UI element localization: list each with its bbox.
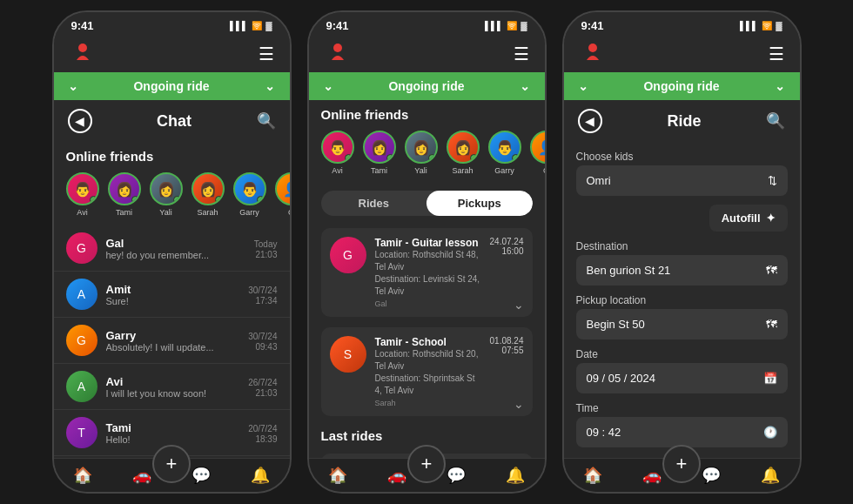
rides-pickups-tabs: Rides Pickups (321, 191, 533, 216)
avatar: 👩 (447, 131, 480, 164)
tab-bell-2[interactable]: 🔔 (506, 466, 525, 485)
expand-icon[interactable]: ⌄ (514, 298, 524, 312)
top-nav-3: ☰ (564, 36, 800, 72)
chat-message: hey! do you remember... (106, 250, 210, 260)
clock-icon: 🕐 (763, 426, 777, 439)
wifi-icon: 🛜 (507, 21, 517, 30)
tab-chat-3[interactable]: 💬 (702, 466, 721, 485)
list-item[interactable]: 👩Tami (363, 131, 396, 175)
back-button-3[interactable]: ◀ (578, 109, 602, 133)
fab-button-3[interactable]: + (662, 445, 701, 483)
map-icon-pickup: 🗺 (766, 318, 777, 331)
tab-chat-1[interactable]: 💬 (191, 466, 211, 485)
ongoing-banner-1[interactable]: ⌄ Ongoing ride ⌄ (54, 72, 290, 100)
fab-button-2[interactable]: + (407, 445, 446, 483)
status-time-3: 9:41 (581, 19, 604, 32)
search-icon-1[interactable]: 🔍 (257, 111, 276, 131)
ongoing-banner-2[interactable]: ⌄ Ongoing ride ⌄ (309, 72, 545, 100)
content-1: ◀ Chat 🔍 Online friends 👨 Avi 👩 Tami 👩 Y… (54, 100, 290, 458)
list-item[interactable]: 👩 Yali (150, 172, 183, 217)
avatar: T (66, 417, 97, 448)
list-item[interactable]: 👤G (530, 131, 545, 175)
signal-icon: ▌▌▌ (230, 21, 248, 30)
list-item[interactable]: 👩 Sarah (191, 172, 225, 217)
destination-input[interactable]: Ben gurion St 21 🗺 (576, 255, 788, 286)
time-value: 09 : 42 (587, 426, 621, 439)
chat-message: Hello! (106, 434, 131, 445)
avatar: 👩 (363, 131, 396, 164)
chat-date: Today (254, 239, 278, 249)
search-icon-3[interactable]: 🔍 (766, 111, 785, 131)
date-input[interactable]: 09 / 05 / 2024 📅 (576, 363, 788, 393)
tab-pickups[interactable]: Pickups (426, 191, 533, 216)
table-row[interactable]: G Garry30/7/24 Absolutely! I will update… (54, 318, 290, 364)
time-label: Time (576, 402, 788, 414)
expand-icon[interactable]: ⌄ (514, 397, 524, 411)
status-icons-2: ▌▌▌ 🛜 ▓ (485, 21, 527, 30)
chat-name: Avi (106, 375, 124, 388)
hamburger-menu-1[interactable]: ☰ (259, 44, 274, 64)
list-item[interactable]: 👨Garry (488, 131, 521, 175)
chat-phone: 9:41 ▌▌▌ 🛜 ▓ ☰ ⌄ Ongoing ride ⌄ ◀ Chat 🔍… (52, 10, 292, 494)
hamburger-menu-3[interactable]: ☰ (769, 44, 784, 64)
hamburger-menu-2[interactable]: ☰ (514, 44, 529, 64)
pickup-input[interactable]: Begin St 50 🗺 (576, 309, 788, 339)
destination-field-group: Destination Ben gurion St 21 🗺 (576, 240, 788, 286)
tab-bell-1[interactable]: 🔔 (251, 466, 270, 485)
chat-message: I will let you know soon! (106, 388, 207, 399)
calendar-icon: 📅 (763, 372, 777, 385)
table-row[interactable]: A Amit30/7/24 Sure!17:34 (54, 272, 290, 318)
chevron-right-2: ⌄ (520, 79, 530, 93)
list-item[interactable]: 👩 Tami (108, 172, 141, 217)
tab-chat-2[interactable]: 💬 (447, 466, 466, 485)
avatar: 👩 (150, 172, 183, 205)
pickups-content: G Tamir - Guitar lesson Location: Rothsc… (309, 223, 545, 458)
ride-detail: Location: Rothschild St 20, Tel AvivDest… (375, 348, 481, 397)
back-button-1[interactable]: ◀ (68, 109, 92, 133)
signal-icon: ▌▌▌ (485, 21, 503, 30)
table-row[interactable]: G Tamir - Guitar lesson Location: Rothsc… (321, 228, 533, 317)
chat-list: G GalToday hey! do you remember...21:03 … (54, 225, 290, 458)
list-item[interactable]: 👨Avi (321, 131, 354, 175)
friends-row-2: 👨Avi 👩Tami 👩Yali 👩Sarah 👨Garry 👤G (309, 127, 545, 184)
logo-icon-2 (325, 41, 351, 67)
content-2: Online friends 👨Avi 👩Tami 👩Yali 👩Sarah 👨… (309, 100, 545, 458)
tab-car-2[interactable]: 🚗 (387, 466, 406, 485)
svg-point-0 (78, 44, 87, 52)
status-bar-1: 9:41 ▌▌▌ 🛜 ▓ (54, 12, 290, 36)
list-item[interactable]: 👤 G (275, 172, 290, 217)
rides-phone: 9:41 ▌▌▌ 🛜 ▓ ☰ ⌄ Ongoing ride ⌄ Online f… (307, 10, 547, 494)
ongoing-banner-3[interactable]: ⌄ Ongoing ride ⌄ (564, 72, 800, 100)
avatar: 👨 (321, 131, 354, 164)
list-item[interactable]: 👩Yali (405, 131, 438, 175)
avatar: 👤 (530, 131, 545, 164)
table-row[interactable]: S Tamir - School Location: Rothschild St… (321, 327, 533, 416)
tab-home-2[interactable]: 🏠 (328, 466, 347, 485)
list-item[interactable]: 👨 Avi (66, 172, 99, 217)
tab-car-1[interactable]: 🚗 (132, 466, 151, 485)
tab-car-3[interactable]: 🚗 (642, 466, 662, 485)
chat-time: 21:03 (255, 388, 277, 399)
tab-home-3[interactable]: 🏠 (583, 466, 602, 485)
time-input[interactable]: 09 : 42 🕐 (576, 417, 788, 447)
battery-icon: ▓ (776, 21, 782, 30)
autofill-button[interactable]: Autofill ✦ (709, 205, 788, 232)
tab-rides[interactable]: Rides (321, 191, 427, 216)
svg-point-1 (333, 44, 342, 52)
map-icon-destination: 🗺 (766, 264, 777, 277)
svg-point-2 (588, 44, 597, 52)
tab-bell-3[interactable]: 🔔 (761, 466, 780, 485)
table-row[interactable]: A Avi26/7/24 I will let you know soon!21… (54, 364, 290, 410)
screen-title-1: Chat (157, 112, 191, 131)
fab-button-1[interactable]: + (152, 445, 191, 483)
table-row[interactable]: G GalToday hey! do you remember...21:03 (54, 225, 290, 272)
chat-time: 21:03 (255, 250, 277, 260)
signal-icon: ▌▌▌ (740, 21, 758, 30)
tab-home-1[interactable]: 🏠 (73, 466, 92, 485)
ride-info: Tamir - School Location: Rothschild St 2… (375, 336, 481, 407)
kids-select[interactable]: Omri ⇅ (576, 165, 788, 196)
avatar: G (66, 232, 97, 264)
status-time-2: 9:41 (326, 19, 349, 32)
list-item[interactable]: 👩Sarah (447, 131, 480, 175)
list-item[interactable]: 👨 Garry (233, 172, 266, 217)
